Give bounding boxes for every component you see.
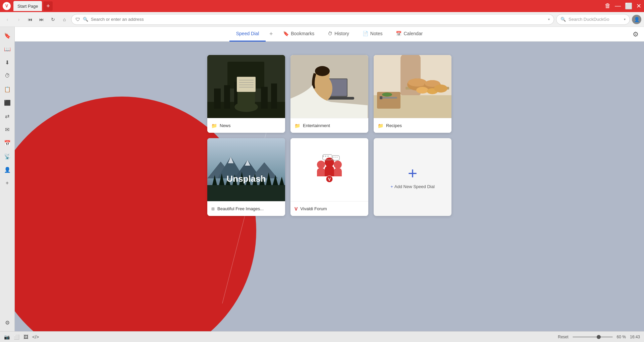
- search-icon: 🔍: [83, 17, 88, 22]
- svg-point-36: [434, 84, 447, 93]
- dial-card-unsplash[interactable]: Unsplash ⊞ Beautiful Free Images...: [207, 138, 285, 216]
- dial-card-entertainment-label: 📁 Entertainment: [290, 118, 368, 133]
- sidebar-icon-bookmarks[interactable]: 🔖: [1, 30, 13, 42]
- dial-card-unsplash-label: ⊞ Beautiful Free Images...: [207, 201, 285, 216]
- dial-card-entertainment-image: [290, 55, 368, 118]
- shield-icon: 🛡: [75, 17, 80, 22]
- entertainment-label-text: Entertainment: [303, 123, 330, 128]
- status-icon-image[interactable]: 🖼: [23, 334, 28, 340]
- svg-rect-5: [224, 85, 230, 109]
- zoom-value: 60 %: [617, 335, 626, 339]
- svg-point-63: [325, 158, 334, 167]
- status-icon-camera[interactable]: 📷: [4, 334, 10, 340]
- home-button[interactable]: ⌂: [60, 15, 69, 24]
- svg-rect-8: [271, 83, 277, 109]
- close-button[interactable]: ✕: [636, 2, 641, 10]
- sidebar-icon-feeds[interactable]: 📡: [1, 150, 13, 162]
- svg-rect-48: [207, 185, 285, 201]
- tab-add-button[interactable]: +: [266, 29, 276, 40]
- address-bar[interactable]: 🛡 🔍 ▾: [71, 14, 554, 25]
- sidebar-icon-contacts[interactable]: 👤: [1, 164, 13, 176]
- last-page-button[interactable]: ⏭: [37, 15, 46, 24]
- forward-button[interactable]: ›: [14, 15, 23, 24]
- window-controls: 🗑 — ⬜ ✕: [605, 2, 641, 10]
- tab-history[interactable]: ⏱ History: [321, 27, 356, 42]
- minimize-button[interactable]: —: [615, 2, 621, 10]
- user-avatar[interactable]: 👤: [632, 15, 641, 24]
- svg-point-72: [335, 157, 336, 158]
- tab-speed-dial[interactable]: Speed Dial: [229, 27, 266, 42]
- sidebar-icon-settings[interactable]: ⚙: [1, 317, 13, 329]
- search-bar-icon: 🔍: [560, 17, 566, 22]
- tab-bar: Start Page +: [13, 0, 53, 12]
- dial-card-news[interactable]: 📁 News: [207, 55, 285, 133]
- dial-card-recipes-image: [374, 55, 451, 118]
- sidebar: 🔖 📖 ⬇ ⏱ 📋 ⬛ ⇄ ✉ 📅 📡 👤 + ⚙: [0, 27, 15, 331]
- tab-label: Start Page: [17, 4, 38, 9]
- svg-point-67: [323, 156, 324, 157]
- speed-dial-grid: 📁 News: [15, 42, 644, 216]
- trash-button[interactable]: 🗑: [605, 2, 611, 10]
- svg-rect-38: [380, 97, 397, 99]
- search-dropdown-button[interactable]: ▾: [624, 17, 626, 21]
- search-bar[interactable]: 🔍 Search DuckDuckGo ▾: [556, 14, 630, 25]
- tab-speed-dial-label: Speed Dial: [236, 31, 259, 36]
- svg-point-40: [382, 93, 392, 97]
- news-label-text: News: [220, 123, 231, 128]
- sidebar-icon-add-panel[interactable]: +: [1, 177, 13, 189]
- reset-button[interactable]: Reset: [558, 335, 568, 339]
- sidebar-icon-translate[interactable]: ⇄: [1, 110, 13, 122]
- sidebar-icon-history[interactable]: ⏱: [1, 70, 13, 82]
- address-dropdown-button[interactable]: ▾: [548, 17, 550, 21]
- dial-card-recipes[interactable]: 📁 Recipes: [374, 55, 451, 133]
- add-new-label: + Add New Speed Dial: [390, 184, 435, 189]
- svg-point-69: [327, 156, 329, 157]
- unsplash-background: Unsplash: [207, 138, 285, 201]
- status-time: 16:43: [630, 335, 640, 339]
- address-input[interactable]: [91, 17, 545, 22]
- svg-point-22: [315, 66, 330, 76]
- status-icon-code[interactable]: </>: [32, 334, 39, 340]
- back-button[interactable]: ‹: [3, 15, 12, 24]
- sidebar-icon-panels[interactable]: ⬛: [1, 97, 13, 109]
- entertainment-folder-icon: 📁: [294, 123, 300, 128]
- start-page-tab[interactable]: Start Page: [13, 1, 42, 11]
- svg-point-62: [334, 161, 342, 169]
- sidebar-icon-mail[interactable]: ✉: [1, 123, 13, 135]
- status-right: Reset 60 % 16:43: [558, 335, 640, 339]
- dial-card-add-new[interactable]: + + Add New Speed Dial: [374, 138, 451, 216]
- svg-rect-11: [237, 77, 256, 92]
- history-icon: ⏱: [328, 31, 332, 36]
- dial-card-recipes-label: 📁 Recipes: [374, 118, 451, 133]
- maximize-button[interactable]: ⬜: [625, 2, 632, 10]
- speed-dial-settings-button[interactable]: ⚙: [633, 30, 639, 38]
- vivaldi-forum-v-icon: V: [294, 206, 298, 212]
- dial-card-entertainment[interactable]: 📁 Entertainment: [290, 55, 368, 133]
- tab-notes[interactable]: 📄 Notes: [356, 27, 389, 42]
- sidebar-icon-notes[interactable]: 📋: [1, 83, 13, 95]
- reload-button[interactable]: ↻: [48, 15, 58, 24]
- recipes-label-text: Recipes: [386, 123, 402, 128]
- dial-card-news-image: [207, 55, 285, 118]
- tab-bookmarks[interactable]: 🔖 Bookmarks: [276, 27, 321, 42]
- main-area: 🔖 📖 ⬇ ⏱ 📋 ⬛ ⇄ ✉ 📅 📡 👤 + ⚙ Speed Dial + 🔖…: [0, 27, 644, 331]
- notes-icon: 📄: [363, 31, 368, 36]
- sidebar-icon-reader[interactable]: 📖: [1, 43, 13, 55]
- unsplash-label-text: Beautiful Free Images...: [217, 206, 264, 211]
- news-folder-icon: 📁: [211, 123, 217, 128]
- sidebar-icon-calendar[interactable]: 📅: [1, 137, 13, 149]
- bookmarks-icon: 🔖: [283, 31, 289, 36]
- add-new-plus-icon: +: [408, 165, 417, 181]
- sidebar-icon-downloads[interactable]: ⬇: [1, 56, 13, 68]
- new-tab-button[interactable]: +: [43, 1, 53, 11]
- tab-calendar[interactable]: 📅 Calendar: [389, 27, 429, 42]
- dial-card-vivaldi-forum[interactable]: V V Vi: [290, 138, 368, 216]
- vivaldi-forum-label-text: Vivaldi Forum: [300, 206, 327, 211]
- dial-card-unsplash-image: Unsplash: [207, 138, 285, 201]
- first-page-button[interactable]: ⏮: [25, 15, 35, 24]
- zoom-slider[interactable]: [573, 336, 613, 338]
- svg-rect-4: [214, 89, 221, 109]
- add-new-plus-text: +: [390, 184, 393, 189]
- content-area: Speed Dial + 🔖 Bookmarks ⏱ History 📄 Not…: [15, 27, 644, 331]
- status-icon-window[interactable]: ⬜: [14, 334, 19, 340]
